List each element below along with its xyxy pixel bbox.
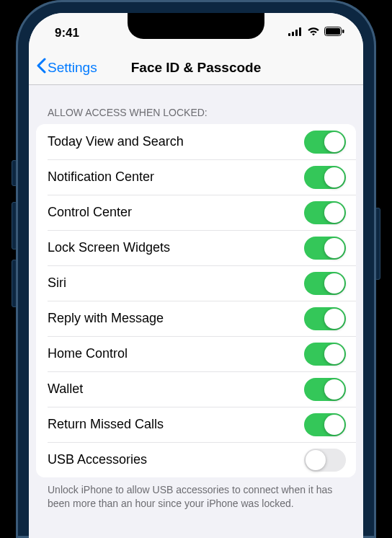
phone-frame: 9:41: [16, 0, 376, 538]
status-time: 9:41: [55, 26, 79, 40]
toggle-switch[interactable]: [304, 272, 346, 295]
navbar: Settings Face ID & Passcode: [29, 50, 363, 85]
status-icons: [288, 26, 344, 39]
screen: 9:41: [29, 13, 363, 538]
svg-rect-2: [295, 30, 298, 36]
setting-row: Wallet: [36, 371, 356, 407]
toggle-switch[interactable]: [304, 413, 346, 436]
back-label: Settings: [48, 60, 97, 76]
toggle-knob: [324, 238, 344, 258]
toggle-switch[interactable]: [304, 237, 346, 260]
svg-rect-5: [326, 28, 340, 35]
toggle-knob: [324, 132, 344, 152]
setting-label: Notification Center: [48, 169, 154, 185]
toggle-switch[interactable]: [304, 131, 346, 154]
setting-label: Home Control: [48, 346, 128, 361]
toggle-switch[interactable]: [304, 307, 346, 330]
toggle-knob: [306, 450, 326, 470]
wifi-icon: [307, 26, 320, 39]
setting-row: Home Control: [36, 336, 356, 371]
svg-rect-6: [342, 30, 344, 33]
chevron-left-icon: [36, 58, 46, 77]
setting-label: Control Center: [48, 205, 132, 220]
setting-row: Notification Center: [36, 159, 356, 195]
settings-content: ALLOW ACCESS WHEN LOCKED: Today View and…: [29, 85, 363, 511]
svg-rect-1: [292, 32, 294, 36]
setting-row: USB Accessories: [36, 442, 356, 477]
setting-row: Today View and Search: [36, 124, 356, 159]
toggle-knob: [324, 344, 344, 364]
toggle-knob: [324, 415, 344, 435]
setting-label: Siri: [48, 275, 66, 291]
setting-row: Siri: [36, 265, 356, 301]
setting-label: Today View and Search: [48, 134, 184, 149]
setting-label: USB Accessories: [48, 452, 147, 467]
battery-icon: [324, 26, 344, 39]
setting-label: Return Missed Calls: [48, 417, 164, 432]
toggle-switch[interactable]: [304, 449, 346, 472]
notch: [128, 13, 264, 39]
toggle-list: Today View and SearchNotification Center…: [36, 124, 356, 477]
toggle-knob: [324, 203, 344, 223]
toggle-switch[interactable]: [304, 166, 346, 189]
toggle-knob: [324, 167, 344, 188]
setting-row: Control Center: [36, 195, 356, 230]
section-footer: Unlock iPhone to allow USB accessories t…: [36, 477, 356, 511]
section-header: ALLOW ACCESS WHEN LOCKED:: [36, 85, 356, 124]
toggle-switch[interactable]: [304, 378, 346, 401]
toggle-switch[interactable]: [304, 343, 346, 366]
setting-label: Reply with Message: [48, 311, 164, 326]
toggle-knob: [324, 379, 344, 400]
cellular-icon: [288, 26, 303, 39]
setting-label: Wallet: [48, 382, 83, 397]
svg-rect-3: [299, 27, 301, 36]
setting-row: Lock Screen Widgets: [36, 230, 356, 265]
back-button[interactable]: Settings: [36, 58, 97, 77]
svg-rect-0: [288, 33, 290, 36]
toggle-switch[interactable]: [304, 201, 346, 224]
toggle-knob: [324, 309, 344, 329]
toggle-knob: [324, 273, 344, 294]
setting-row: Reply with Message: [36, 301, 356, 336]
setting-label: Lock Screen Widgets: [48, 240, 170, 255]
setting-row: Return Missed Calls: [36, 407, 356, 442]
